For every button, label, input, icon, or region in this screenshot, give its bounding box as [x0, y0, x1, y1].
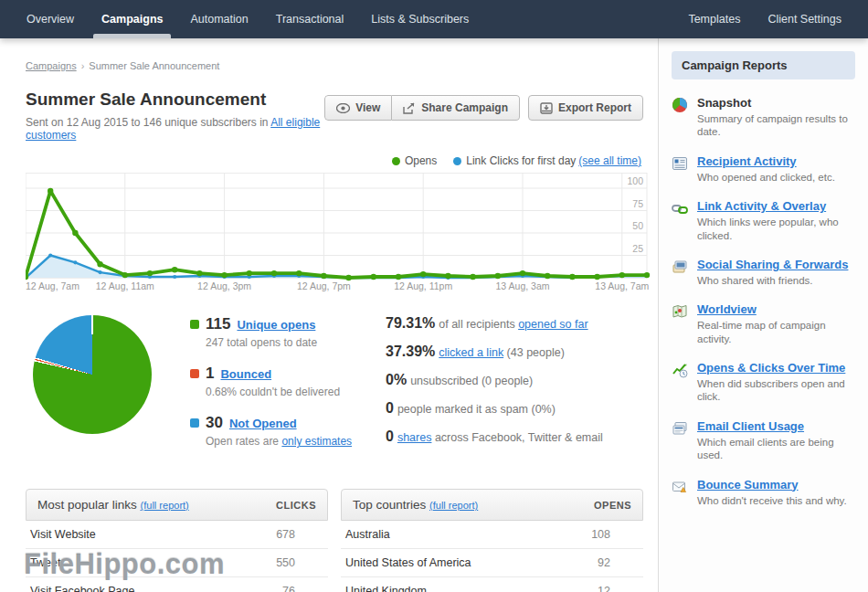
table-title: Most popular links: [37, 498, 137, 512]
table-row: Visit Website678: [26, 521, 328, 549]
sidebar-item-link-activity-overlay[interactable]: Link Activity & OverlayWhich links were …: [672, 199, 855, 242]
row-value: 12: [598, 585, 641, 592]
reports-sidebar: Campaign Reports SnapshotSummary of camp…: [658, 38, 868, 592]
nav-item-templates[interactable]: Templates: [674, 0, 754, 38]
subtitle-text: Sent on 12 Aug 2015 to 146 unique subscr…: [26, 116, 270, 129]
svg-text:13 Aug, 3am: 13 Aug, 3am: [496, 280, 550, 291]
sidebar-item-title: Snapshot: [697, 96, 855, 110]
full-report-link[interactable]: (full report): [429, 500, 478, 511]
stat-desc: Open rates are only estimates: [206, 435, 380, 448]
stat-value: 115: [206, 315, 230, 333]
opens-dot-icon: [392, 157, 400, 165]
map-icon: [672, 303, 688, 320]
rate-stat: 0people marked it as spam (0%): [386, 400, 643, 417]
sidebar-item-worldview[interactable]: WorldviewReal-time map of campaign activ…: [672, 302, 855, 345]
sidebar-item-desc: Who didn't receive this and why.: [697, 494, 847, 507]
sidebar-item-title[interactable]: Bounce Summary: [697, 478, 847, 492]
eye-icon: [336, 103, 350, 113]
pie-chart-icon: [672, 97, 688, 113]
full-report-link[interactable]: (full report): [141, 500, 189, 511]
stat-desc: 247 total opens to date: [206, 336, 380, 349]
summary-tables: Most popular links (full report)CLICKSVi…: [26, 489, 643, 592]
sidebar-item-social-sharing-forwards[interactable]: Social Sharing & ForwardsWho shared with…: [672, 258, 855, 287]
table-header: Top countries (full report)OPENS: [341, 489, 643, 521]
shares-link[interactable]: shares: [397, 431, 432, 444]
share-campaign-button[interactable]: Share Campaign: [392, 95, 520, 121]
sidebar-item-recipient-activity[interactable]: Recipient ActivityWho opened and clicked…: [672, 154, 855, 184]
unique-opens-link[interactable]: Unique opens: [237, 318, 315, 332]
unique-opens-swatch-icon: [190, 320, 199, 329]
row-value: 550: [276, 556, 326, 569]
sidebar-item-title[interactable]: Social Sharing & Forwards: [697, 258, 848, 271]
sidebar-item-title[interactable]: Worldview: [697, 302, 855, 316]
nav-item-client-settings[interactable]: Client Settings: [754, 0, 855, 38]
svg-text:12 Aug, 7pm: 12 Aug, 7pm: [297, 280, 351, 291]
row-label: Visit Website: [27, 528, 96, 541]
svg-text:12 Aug, 3pm: 12 Aug, 3pm: [197, 280, 251, 291]
stat-value: 30: [206, 414, 223, 432]
rate-stat: 79.31%of all recipients opened so far: [386, 315, 643, 332]
chart-legend: Opens Link Clicks for first day (see all…: [26, 154, 641, 167]
svg-text:100: 100: [627, 175, 643, 186]
rate-value: 0: [386, 428, 394, 444]
bounced-link[interactable]: Bounced: [220, 367, 271, 381]
page-title: Summer Sale Announcement: [26, 90, 324, 110]
clicks-dot-icon: [453, 157, 461, 165]
sidebar-item-title[interactable]: Link Activity & Overlay: [697, 199, 855, 213]
table-title: Top countries: [353, 498, 426, 512]
nav-item-lists-subscribers[interactable]: Lists & Subscribers: [357, 0, 482, 38]
svg-text:12 Aug, 11pm: 12 Aug, 11pm: [394, 280, 452, 291]
clicked-a-link-link[interactable]: clicked a link: [439, 346, 503, 359]
row-value: 92: [598, 556, 641, 569]
opened-so-far-link[interactable]: opened so far: [518, 318, 587, 331]
legend-clicks-label: Link Clicks for first day: [466, 154, 576, 167]
table-col-header: CLICKS: [276, 500, 316, 511]
breadcrumb-current: Summer Sale Announcement: [89, 60, 219, 71]
only-estimates-link[interactable]: only estimates: [281, 435, 352, 448]
nav-item-transactional[interactable]: Transactional: [262, 0, 358, 38]
sidebar-item-bounce-summary[interactable]: Bounce SummaryWho didn't receive this an…: [672, 478, 855, 507]
recipient-list-icon: [672, 155, 688, 172]
main-panel: Campaigns›Summer Sale Announcement Summe…: [0, 38, 658, 592]
not-opened-link[interactable]: Not Opened: [229, 417, 297, 430]
sidebar-item-desc: Which links were popular, who clicked.: [697, 216, 855, 242]
sidebar-item-opens-clicks-over-time[interactable]: Opens & Clicks Over TimeWhen did subscri…: [672, 361, 855, 404]
chart-clock-icon: [672, 362, 688, 378]
table-row: Visit Facebook Page76: [26, 577, 328, 592]
see-all-time-link[interactable]: (see all time): [578, 154, 641, 167]
row-value: 678: [276, 528, 326, 541]
nav-item-automation[interactable]: Automation: [176, 0, 261, 38]
table-header: Most popular links (full report)CLICKS: [26, 489, 328, 521]
view-button[interactable]: View: [324, 95, 392, 121]
email-client-icon: [672, 420, 688, 437]
rate-value: 37.39%: [386, 344, 435, 359]
nav-right: TemplatesClient Settings: [674, 0, 855, 38]
sidebar-item-title[interactable]: Recipient Activity: [697, 154, 835, 168]
svg-text:50: 50: [632, 220, 643, 231]
rate-value: 0%: [386, 372, 407, 387]
stat-block-unique-opens: 115Unique opens247 total opens to date: [190, 315, 380, 349]
bounced-swatch-icon: [190, 369, 199, 378]
stat-value: 1: [206, 365, 214, 383]
export-report-button[interactable]: Export Report: [528, 95, 643, 121]
sidebar-item-email-client-usage[interactable]: Email Client UsageWhich email clients ar…: [672, 419, 855, 462]
page-subtitle: Sent on 12 Aug 2015 to 146 unique subscr…: [26, 116, 324, 142]
bounce-envelope-icon: [672, 479, 688, 495]
breadcrumb-campaigns-link[interactable]: Campaigns: [26, 60, 77, 71]
nav-item-campaigns[interactable]: Campaigns: [88, 0, 176, 38]
table-row: United Kingdom12: [341, 577, 643, 592]
nav-item-overview[interactable]: Overview: [13, 0, 88, 38]
sidebar-item-desc: Which email clients are being used.: [697, 436, 855, 462]
chain-links-icon: [672, 200, 688, 217]
table-col-header: OPENS: [594, 500, 631, 511]
chart-svg: 25507510012 Aug, 7am12 Aug, 11am12 Aug, …: [26, 173, 658, 291]
legend-clicks: Link Clicks for first day (see all time): [453, 154, 641, 167]
campaign-reports-header: Campaign Reports: [672, 51, 855, 79]
sidebar-item-title[interactable]: Email Client Usage: [697, 419, 855, 433]
svg-text:75: 75: [632, 198, 643, 209]
row-value: 108: [591, 528, 641, 541]
sidebar-item-title[interactable]: Opens & Clicks Over Time: [697, 361, 855, 375]
rate-stat: 37.39%clicked a link (43 people): [386, 344, 643, 360]
svg-text:25: 25: [632, 243, 643, 254]
table-row: United States of America92: [341, 549, 643, 577]
